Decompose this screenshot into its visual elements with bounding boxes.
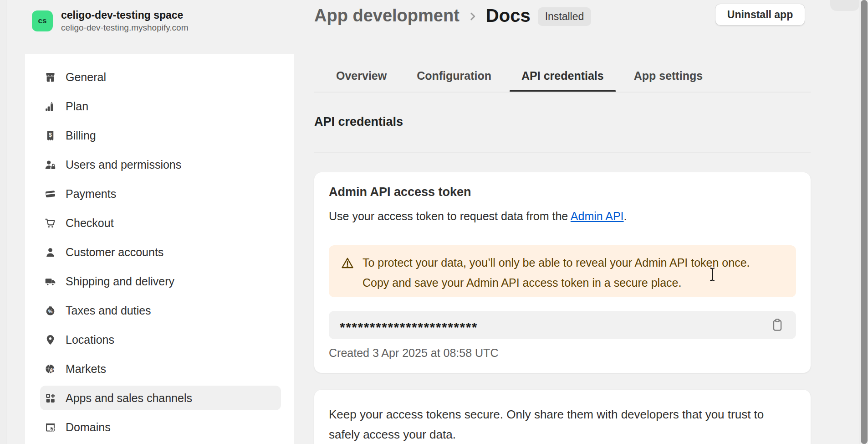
billing-icon: $ [44,129,56,142]
sidebar-item-taxes-and-duties[interactable]: %Taxes and duties [25,296,294,325]
warning-triangle-icon [341,256,354,270]
sidebar-item-label: General [66,71,106,84]
uninstall-app-button[interactable]: Uninstall app [715,4,805,26]
card-description: Use your access token to request data fr… [329,210,627,223]
scrollbar-track [859,0,868,444]
sidebar-item-users-and-permissions[interactable]: Users and permissions [25,150,294,179]
sidebar-item-label: Domains [66,421,111,434]
sidebar-item-customer-accounts[interactable]: Customer accounts [25,237,294,267]
secure-note-text: Keep your access tokens secure. Only sha… [329,404,786,444]
tab-api-credentials[interactable]: API credentials [510,59,616,92]
scrollbar-thumb[interactable] [861,0,868,444]
admin-api-token-card: Admin API access token Use your access t… [314,172,811,373]
breadcrumb-parent-link[interactable]: App development [314,6,460,26]
warning-banner: To protect your data, you’ll only be abl… [329,245,796,297]
globe-icon: $ [44,363,56,375]
access-token-field: *********************** [329,311,796,339]
sidebar-item-checkout[interactable]: Checkout [25,208,294,237]
main-content: App development Docs Installed Uninstall… [294,0,859,444]
sidebar-item-billing[interactable]: $Billing [25,121,294,150]
truck-icon [44,275,56,288]
store-header: cs celigo-dev-testing space celigo-dev-t… [32,8,188,34]
storefront-icon [44,71,56,83]
breadcrumb: App development Docs Installed [314,4,591,27]
sidebar-item-payments[interactable]: Payments [25,179,294,208]
domain-window-icon [44,421,56,434]
sidebar-item-label: Locations [66,333,114,346]
plan-icon [44,100,56,113]
tab-overview[interactable]: Overview [324,59,398,92]
text-cursor-pointer [709,267,716,282]
modal-left-gutter [0,0,6,444]
sidebar-item-label: Customer accounts [66,246,163,259]
sidebar-item-general[interactable]: General [25,62,294,92]
settings-window: cs celigo-dev-testing space celigo-dev-t… [0,0,868,444]
store-name: celigo-dev-testing space [61,8,188,22]
users-icon [44,159,56,171]
store-avatar: cs [32,10,53,31]
sidebar-item-label: Apps and sales channels [66,392,192,405]
sidebar-item-shipping-and-delivery[interactable]: Shipping and delivery [25,267,294,296]
sidebar-item-label: Payments [66,187,116,201]
copy-token-button[interactable] [770,317,785,333]
apps-grid-icon [44,392,56,404]
payments-icon [44,188,56,200]
sidebar-item-domains[interactable]: Domains [25,413,294,442]
card-title: Admin API access token [329,185,471,199]
tab-bar: OverviewConfigurationAPI credentialsApp … [324,59,715,92]
location-pin-icon [44,334,56,346]
sidebar-item-label: Markets [66,362,106,376]
sidebar-item-apps-and-sales-channels[interactable]: Apps and sales channels [25,383,294,413]
sidebar-item-plan[interactable]: Plan [25,92,294,121]
cart-icon [44,217,56,229]
secure-note-card: Keep your access tokens secure. Only sha… [314,390,811,444]
tab-configuration[interactable]: Configuration [405,59,503,92]
person-icon [44,246,56,258]
tab-app-settings[interactable]: App settings [622,59,715,92]
svg-text:$: $ [51,367,54,373]
sidebar-item-markets[interactable]: $Markets [25,354,294,383]
svg-text:$: $ [49,131,52,138]
tabs-divider [314,92,811,93]
sidebar-item-label: Taxes and duties [66,304,151,317]
warning-text: To protect your data, you’ll only be abl… [363,253,779,290]
section-divider [314,152,811,153]
clipboard-icon [770,328,785,335]
sidebar-nav: GeneralPlan$BillingUsers and permissions… [25,54,294,442]
page-title: Docs [486,5,531,26]
sidebar-item-label: Billing [66,129,96,142]
store-domain: celigo-dev-testing.myshopify.com [61,22,188,34]
settings-sidebar: GeneralPlan$BillingUsers and permissions… [25,54,294,444]
chevron-right-icon [467,10,479,22]
sidebar-item-label: Shipping and delivery [66,275,174,288]
section-title: API credentials [314,115,403,129]
masked-token-value: *********************** [340,320,478,335]
tax-bag-icon: % [44,305,56,317]
token-created-timestamp: Created 3 Apr 2025 at 08:58 UTC [329,346,498,360]
admin-api-link[interactable]: Admin API [571,210,624,222]
close-button-partial[interactable] [830,0,859,11]
sidebar-item-label: Checkout [66,217,114,230]
sidebar-item-label: Plan [66,100,88,113]
sidebar-item-label: Users and permissions [66,158,181,171]
sidebar-item-locations[interactable]: Locations [25,325,294,354]
installed-badge: Installed [538,7,592,26]
svg-text:%: % [48,308,53,314]
